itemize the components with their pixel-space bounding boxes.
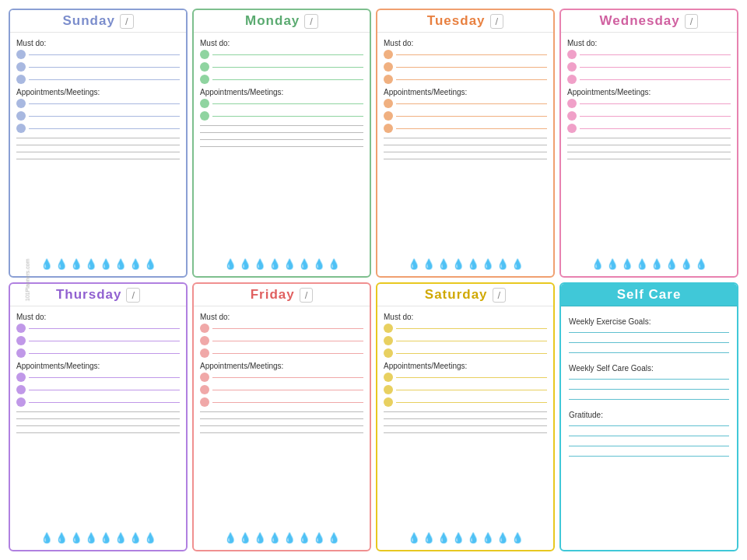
- gratitude-line-1[interactable]: [569, 425, 729, 426]
- friday-drop-2[interactable]: 💧: [239, 532, 251, 544]
- selfcare-line-1[interactable]: [569, 379, 729, 380]
- wednesday-appt-line-1[interactable]: [580, 103, 731, 104]
- sunday-drop-1[interactable]: 💧: [40, 258, 53, 270]
- tuesday-line-2[interactable]: [396, 67, 547, 68]
- saturday-date[interactable]: /: [493, 288, 507, 303]
- exercise-line-2[interactable]: [569, 342, 729, 343]
- sunday-drop-5[interactable]: 💧: [100, 258, 112, 270]
- wednesday-drop-3[interactable]: 💧: [621, 258, 633, 270]
- monday-line-2[interactable]: [212, 67, 363, 68]
- thursday-drop-6[interactable]: 💧: [114, 532, 127, 544]
- monday-drop-4[interactable]: 💧: [268, 258, 281, 270]
- wednesday-drop-8[interactable]: 💧: [695, 258, 707, 270]
- wednesday-drop-2[interactable]: 💧: [606, 258, 619, 270]
- monday-drop-5[interactable]: 💧: [283, 258, 296, 270]
- saturday-line-3[interactable]: [396, 353, 547, 354]
- saturday-line-2[interactable]: [396, 341, 547, 341]
- sunday-drop-4[interactable]: 💧: [85, 258, 97, 270]
- thursday-line-1[interactable]: [29, 328, 180, 329]
- thursday-drop-1[interactable]: 💧: [40, 532, 53, 544]
- saturday-drop-4[interactable]: 💧: [452, 532, 465, 544]
- selfcare-line-3[interactable]: [569, 399, 729, 400]
- wednesday-line-3[interactable]: [580, 79, 731, 80]
- friday-drop-6[interactable]: 💧: [298, 532, 310, 544]
- thursday-date[interactable]: /: [126, 288, 140, 303]
- sunday-drop-6[interactable]: 💧: [114, 258, 127, 270]
- thursday-drop-3[interactable]: 💧: [70, 532, 82, 544]
- saturday-appt-line-3[interactable]: [396, 402, 547, 403]
- tuesday-drop-1[interactable]: 💧: [408, 258, 420, 270]
- saturday-drop-6[interactable]: 💧: [482, 532, 494, 544]
- exercise-line-3[interactable]: [569, 352, 729, 353]
- tuesday-drop-8[interactable]: 💧: [511, 258, 524, 270]
- tuesday-drop-4[interactable]: 💧: [452, 258, 465, 270]
- gratitude-line-4[interactable]: [569, 456, 729, 457]
- friday-appt-line-3[interactable]: [212, 402, 363, 403]
- monday-drop-8[interactable]: 💧: [328, 258, 340, 270]
- tuesday-date[interactable]: /: [490, 14, 504, 29]
- saturday-drop-5[interactable]: 💧: [467, 532, 479, 544]
- friday-line-2[interactable]: [212, 341, 363, 341]
- sunday-drop-7[interactable]: 💧: [129, 258, 142, 270]
- wednesday-appt-line-3[interactable]: [580, 128, 731, 129]
- thursday-drop-4[interactable]: 💧: [85, 532, 97, 544]
- tuesday-line-3[interactable]: [396, 79, 547, 80]
- friday-line-1[interactable]: [212, 328, 363, 329]
- tuesday-appt-line-2[interactable]: [396, 116, 547, 117]
- saturday-drop-2[interactable]: 💧: [423, 532, 435, 544]
- sunday-date[interactable]: /: [120, 14, 134, 29]
- wednesday-line-1[interactable]: [580, 54, 731, 55]
- wednesday-appt-line-2[interactable]: [580, 116, 731, 117]
- monday-line-1[interactable]: [212, 54, 363, 55]
- friday-appt-line-1[interactable]: [212, 377, 363, 378]
- monday-drop-7[interactable]: 💧: [313, 258, 325, 270]
- wednesday-drop-5[interactable]: 💧: [651, 258, 663, 270]
- tuesday-drop-7[interactable]: 💧: [496, 258, 509, 270]
- exercise-line-1[interactable]: [569, 332, 729, 333]
- sunday-line-1[interactable]: [29, 54, 180, 55]
- saturday-appt-line-1[interactable]: [396, 377, 547, 378]
- saturday-drop-3[interactable]: 💧: [437, 532, 450, 544]
- thursday-line-3[interactable]: [29, 353, 180, 354]
- monday-line-3[interactable]: [212, 79, 363, 80]
- saturday-drop-7[interactable]: 💧: [496, 532, 509, 544]
- sunday-appt-line-3[interactable]: [29, 128, 180, 129]
- thursday-drop-7[interactable]: 💧: [129, 532, 142, 544]
- friday-drop-7[interactable]: 💧: [313, 532, 325, 544]
- friday-drop-5[interactable]: 💧: [283, 532, 296, 544]
- thursday-appt-line-2[interactable]: [29, 390, 180, 390]
- monday-appt-line-1[interactable]: [212, 103, 363, 104]
- wednesday-date[interactable]: /: [685, 14, 699, 29]
- wednesday-line-2[interactable]: [580, 67, 731, 68]
- sunday-drop-3[interactable]: 💧: [70, 258, 82, 270]
- tuesday-drop-6[interactable]: 💧: [482, 258, 494, 270]
- sunday-drop-2[interactable]: 💧: [55, 258, 68, 270]
- thursday-line-2[interactable]: [29, 341, 180, 341]
- friday-drop-8[interactable]: 💧: [328, 532, 340, 544]
- thursday-appt-line-1[interactable]: [29, 377, 180, 378]
- saturday-drop-1[interactable]: 💧: [408, 532, 420, 544]
- tuesday-line-1[interactable]: [396, 54, 547, 55]
- friday-drop-4[interactable]: 💧: [268, 532, 281, 544]
- gratitude-line-3[interactable]: [569, 446, 729, 446]
- selfcare-line-2[interactable]: [569, 389, 729, 390]
- monday-drop-3[interactable]: 💧: [254, 258, 266, 270]
- sunday-line-3[interactable]: [29, 79, 180, 80]
- friday-line-3[interactable]: [212, 353, 363, 354]
- friday-drop-3[interactable]: 💧: [254, 532, 266, 544]
- thursday-appt-line-3[interactable]: [29, 402, 180, 403]
- saturday-line-1[interactable]: [396, 328, 547, 329]
- tuesday-drop-2[interactable]: 💧: [423, 258, 435, 270]
- thursday-drop-8[interactable]: 💧: [144, 532, 156, 544]
- saturday-drop-8[interactable]: 💧: [511, 532, 524, 544]
- sunday-line-2[interactable]: [29, 67, 180, 68]
- sunday-appt-line-1[interactable]: [29, 103, 180, 104]
- gratitude-line-2[interactable]: [569, 436, 729, 436]
- thursday-drop-2[interactable]: 💧: [55, 532, 68, 544]
- friday-date[interactable]: /: [300, 288, 314, 303]
- tuesday-appt-line-1[interactable]: [396, 103, 547, 104]
- tuesday-appt-line-3[interactable]: [396, 128, 547, 129]
- wednesday-drop-7[interactable]: 💧: [680, 258, 693, 270]
- tuesday-drop-5[interactable]: 💧: [467, 258, 479, 270]
- monday-drop-2[interactable]: 💧: [239, 258, 251, 270]
